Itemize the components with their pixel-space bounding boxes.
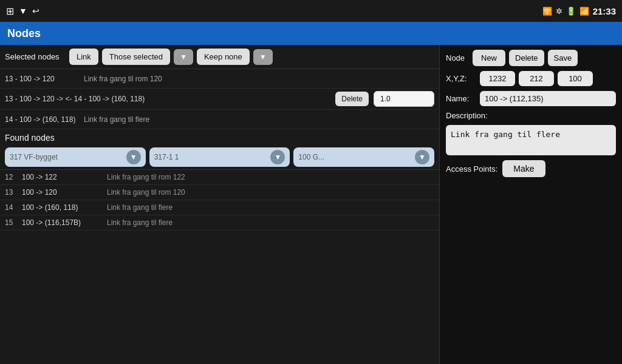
node-1-name: 100 -> 120 (22, 188, 107, 197)
bluetooth-icon: ✲ (556, 7, 562, 16)
chip-2-dropdown[interactable]: ▼ (415, 150, 429, 164)
z-field[interactable] (558, 71, 593, 86)
description-field[interactable]: Link fra gang til flere (446, 125, 616, 155)
status-right-icons: 🛜 ✲ 🔋 📶 21:33 (542, 6, 616, 16)
xyz-label: X,Y,Z: (446, 74, 476, 83)
found-nodes-label: Found nodes (0, 129, 439, 145)
link-button[interactable]: Link (69, 49, 98, 65)
status-time: 21:33 (593, 6, 616, 16)
node-actions-row: Node New Delete Save (446, 50, 616, 66)
keep-none-dropdown[interactable]: ▼ (253, 49, 273, 65)
chip-0-label: 317 VF-bygget (10, 153, 58, 161)
selected-row-2: 14 - 100 -> (160, 118) Link fra gang til… (0, 110, 439, 129)
node-3-desc: Link fra gang til flere (107, 218, 173, 227)
main-container: Selected nodes Link Those selected ▼ Kee… (0, 45, 622, 364)
selected-row-2-name: 14 - 100 -> (160, 118) (5, 115, 84, 124)
selected-nodes-label: Selected nodes (5, 52, 66, 61)
chip-2-label: 100 G... (298, 153, 324, 161)
y-field[interactable] (519, 71, 554, 86)
chips-row: 317 VF-bygget ▼ 317-1 1 ▼ 100 G... ▼ (0, 145, 439, 170)
right-panel: Node New Delete Save X,Y,Z: Name: Descri… (440, 45, 622, 364)
node-list-row-2[interactable]: 14 100 -> (160, 118) Link fra gang til f… (0, 200, 439, 215)
node-1-id: 13 (5, 188, 22, 197)
chip-1-label: 317-1 1 (154, 153, 179, 161)
node-list: 12 100 -> 122 Link fra gang til rom 122 … (0, 170, 439, 231)
app-icon: ⊞ (6, 5, 14, 17)
chip-1[interactable]: 317-1 1 ▼ (149, 147, 290, 167)
chip-1-dropdown[interactable]: ▼ (270, 150, 285, 164)
node-2-desc: Link fra gang til flere (107, 203, 173, 212)
keep-none-chevron-icon: ▼ (259, 53, 267, 61)
chip-0-dropdown[interactable]: ▼ (126, 150, 141, 164)
name-label: Name: (446, 94, 476, 103)
node-list-row-0[interactable]: 12 100 -> 122 Link fra gang til rom 122 (0, 170, 439, 185)
delete-button[interactable]: Delete (509, 50, 544, 66)
link-row-text: 13 - 100 -> 120 -> <- 14 - 100 -> (160, … (5, 95, 330, 103)
those-selected-chevron-icon: ▼ (180, 53, 187, 61)
node-0-desc: Link fra gang til rom 122 (107, 173, 185, 181)
chip-0[interactable]: 317 VF-bygget ▼ (5, 147, 146, 167)
status-left-icons: ⊞ ▼ ↩ (6, 5, 39, 17)
link-edit-row: 13 - 100 -> 120 -> <- 14 - 100 -> (160, … (0, 89, 439, 110)
new-button[interactable]: New (473, 50, 505, 66)
node-list-row-1[interactable]: 13 100 -> 120 Link fra gang til rom 120 (0, 185, 439, 200)
chip-2[interactable]: 100 G... ▼ (293, 147, 434, 167)
wifi-icon: 🛜 (542, 7, 552, 16)
node-2-id: 14 (5, 203, 22, 212)
toolbar-row: Selected nodes Link Those selected ▼ Kee… (0, 45, 439, 69)
node-0-id: 12 (5, 173, 22, 181)
status-bar: ⊞ ▼ ↩ 🛜 ✲ 🔋 📶 21:33 (0, 0, 622, 22)
node-2-name: 100 -> (160, 118) (22, 203, 107, 212)
menu-icon: ▼ (19, 6, 27, 16)
access-points-row: Access Points: Make (446, 160, 616, 177)
link-value-input[interactable] (374, 91, 434, 107)
keep-none-button[interactable]: Keep none (197, 49, 250, 65)
name-row: Name: (446, 91, 616, 106)
node-3-id: 15 (5, 218, 22, 227)
left-panel: Selected nodes Link Those selected ▼ Kee… (0, 45, 440, 364)
access-points-label: Access Points: (446, 164, 497, 174)
node-1-desc: Link fra gang til rom 120 (107, 188, 185, 197)
selected-row-1-desc: Link fra gang til rom 120 (84, 75, 162, 83)
link-delete-button[interactable]: Delete (335, 92, 369, 106)
save-button[interactable]: Save (548, 50, 578, 66)
signal-icon: 📶 (579, 7, 589, 16)
battery-icon: 🔋 (566, 7, 576, 16)
back-icon: ↩ (32, 6, 39, 16)
description-label: Description: (446, 111, 616, 120)
app-bar: Nodes (0, 22, 622, 45)
selected-row-1-name: 13 - 100 -> 120 (5, 75, 84, 83)
x-field[interactable] (480, 71, 515, 86)
xyz-row: X,Y,Z: (446, 71, 616, 86)
app-title: Nodes (7, 27, 41, 40)
selected-row-2-desc: Link fra gang til flere (84, 115, 149, 124)
those-selected-button[interactable]: Those selected (102, 49, 170, 65)
those-selected-dropdown[interactable]: ▼ (174, 49, 193, 65)
node-0-name: 100 -> 122 (22, 173, 107, 181)
make-button[interactable]: Make (502, 160, 545, 177)
node-label: Node (446, 53, 469, 62)
node-3-name: 100 -> (116,157B) (22, 218, 107, 227)
node-list-row-3[interactable]: 15 100 -> (116,157B) Link fra gang til f… (0, 215, 439, 231)
selected-row-1: 13 - 100 -> 120 Link fra gang til rom 12… (0, 69, 439, 89)
name-field[interactable] (480, 91, 616, 106)
